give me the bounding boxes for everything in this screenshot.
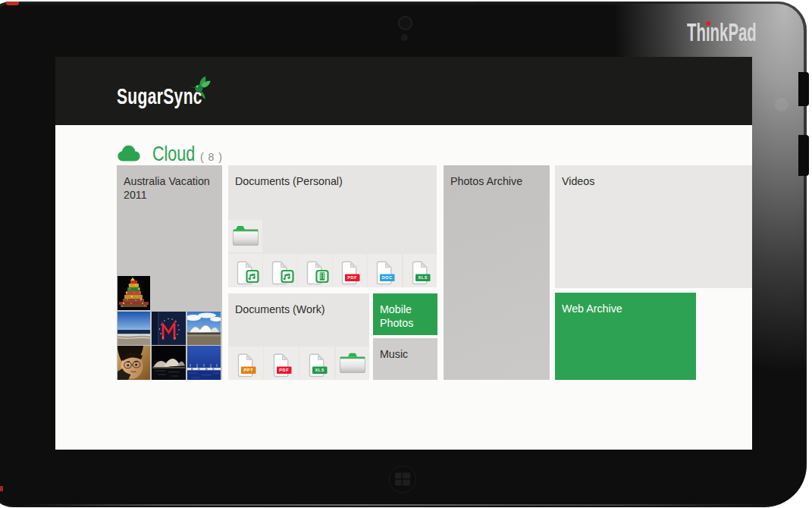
svg-text:PDF: PDF xyxy=(279,368,289,372)
svg-text:XLS: XLS xyxy=(418,275,428,280)
svg-text:PPT: PPT xyxy=(243,368,253,372)
svg-text:PDF: PDF xyxy=(348,275,358,280)
svg-text:DOC: DOC xyxy=(382,275,393,280)
svg-text:XLS: XLS xyxy=(315,368,325,372)
